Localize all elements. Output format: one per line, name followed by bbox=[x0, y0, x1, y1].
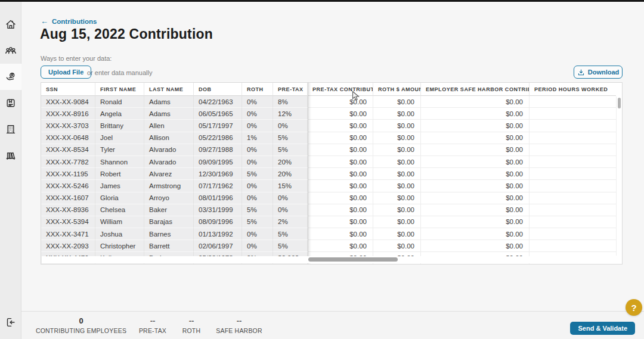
table-row: XXX-XX-8936ChelseaBaker03/31/19995%0%$0.… bbox=[41, 204, 622, 216]
back-to-contributions-link[interactable]: ← Contributions bbox=[41, 17, 97, 26]
cell-employer-safe-harbor-contribution[interactable]: $0.00 bbox=[421, 168, 530, 180]
cell-employer-safe-harbor-contribution[interactable]: $0.00 bbox=[421, 204, 530, 216]
vertical-scrollbar-thumb[interactable] bbox=[618, 98, 621, 108]
cell-pre-tax-contribution[interactable]: $0.00 bbox=[308, 216, 373, 228]
cell-period-hours-worked[interactable] bbox=[530, 216, 616, 228]
column-header-employer-safe-harbor-contribution: EMPLOYER SAFE HARBOR CONTRIBUTION bbox=[421, 83, 530, 96]
cell-pre-tax: 15% bbox=[273, 180, 308, 192]
cell-period-hours-worked[interactable] bbox=[530, 156, 616, 168]
cell-roth: 0% bbox=[242, 192, 273, 204]
cell-pre-tax: 0% bbox=[273, 204, 308, 216]
cell-pre-tax: 8% bbox=[273, 96, 308, 108]
cell-pre-tax: 5% bbox=[273, 240, 308, 252]
cell-first-name: Robert bbox=[95, 168, 144, 180]
cell-pre-tax-contribution[interactable]: $0.00 bbox=[308, 168, 373, 180]
cell-pre-tax-contribution[interactable]: $0.00 bbox=[308, 132, 373, 144]
cell-period-hours-worked[interactable] bbox=[530, 228, 616, 240]
help-button[interactable]: ? bbox=[626, 299, 642, 316]
cell-first-name: Gloria bbox=[95, 192, 144, 204]
column-header-last-name: LAST NAME bbox=[144, 83, 194, 96]
cell-roth-amount[interactable]: $0.00 bbox=[373, 156, 421, 168]
cell-employer-safe-harbor-contribution[interactable]: $0.00 bbox=[421, 192, 530, 204]
cell-roth-amount[interactable]: $0.00 bbox=[373, 120, 421, 132]
cell-pre-tax-contribution[interactable]: $0.00 bbox=[308, 108, 373, 120]
cell-roth: 0% bbox=[242, 240, 273, 252]
cell-period-hours-worked[interactable] bbox=[530, 204, 616, 216]
cell-pre-tax-contribution[interactable]: $0.00 bbox=[308, 144, 373, 156]
cell-period-hours-worked[interactable] bbox=[530, 108, 616, 120]
sidebar-item-logout[interactable] bbox=[0, 309, 21, 335]
cell-period-hours-worked[interactable] bbox=[530, 192, 616, 204]
upload-file-button[interactable]: Upload File bbox=[41, 66, 91, 79]
hand-coin-icon bbox=[4, 71, 17, 83]
sidebar-item-library[interactable] bbox=[0, 142, 21, 169]
cell-employer-safe-harbor-contribution[interactable]: $0.00 bbox=[421, 108, 530, 120]
sidebar-item-team[interactable] bbox=[0, 38, 21, 64]
column-header-ssn: SSN bbox=[41, 83, 95, 96]
window-top-bar bbox=[0, 0, 644, 2]
cell-roth-amount[interactable]: $0.00 bbox=[373, 204, 421, 216]
summary-footer: 0 CONTRIBUTING EMPLOYEES -- PRE-TAX -- R… bbox=[21, 311, 644, 339]
cell-pre-tax-contribution[interactable]: $0.00 bbox=[308, 120, 373, 132]
horizontal-scrollbar-thumb[interactable] bbox=[308, 257, 398, 262]
column-header-dob: DOB bbox=[194, 83, 242, 96]
sidebar-item-documents[interactable] bbox=[0, 90, 21, 116]
cell-dob: 04/22/1963 bbox=[194, 96, 242, 108]
cell-roth-amount[interactable]: $0.00 bbox=[373, 228, 421, 240]
cell-pre-tax-contribution[interactable]: $0.00 bbox=[308, 156, 373, 168]
cell-roth-amount[interactable]: $0.00 bbox=[373, 144, 421, 156]
cell-first-name: Brittany bbox=[95, 120, 144, 132]
cell-period-hours-worked[interactable] bbox=[530, 240, 616, 252]
cell-employer-safe-harbor-contribution[interactable]: $0.00 bbox=[421, 180, 530, 192]
cell-employer-safe-harbor-contribution[interactable]: $0.00 bbox=[421, 120, 530, 132]
cell-pre-tax-contribution[interactable]: $0.00 bbox=[308, 180, 373, 192]
cell-roth: 0% bbox=[242, 120, 273, 132]
cell-period-hours-worked[interactable] bbox=[530, 132, 616, 144]
cell-period-hours-worked[interactable] bbox=[530, 144, 616, 156]
vertical-scrollbar[interactable] bbox=[616, 97, 621, 256]
cell-last-name: Alvarado bbox=[144, 144, 194, 156]
cell-period-hours-worked[interactable] bbox=[530, 120, 616, 132]
cell-roth-amount[interactable]: $0.00 bbox=[373, 192, 421, 204]
send-validate-button[interactable]: Send & Validate bbox=[570, 322, 635, 335]
cell-period-hours-worked[interactable] bbox=[530, 168, 616, 180]
cell-roth-amount[interactable]: $0.00 bbox=[373, 168, 421, 180]
sidebar-item-home[interactable] bbox=[0, 11, 21, 38]
sidebar-item-company[interactable] bbox=[0, 116, 21, 142]
cell-pre-tax-contribution[interactable]: $0.00 bbox=[308, 192, 373, 204]
horizontal-scrollbar[interactable] bbox=[42, 256, 615, 263]
cell-ssn: XXX-XX-1607 bbox=[41, 192, 95, 204]
cell-pre-tax-contribution[interactable]: $0.00 bbox=[308, 240, 373, 252]
cell-employer-safe-harbor-contribution[interactable]: $0.00 bbox=[421, 144, 530, 156]
cell-employer-safe-harbor-contribution[interactable]: $0.00 bbox=[421, 228, 530, 240]
stat-value: 0 bbox=[79, 316, 83, 325]
download-button[interactable]: Download bbox=[574, 66, 623, 79]
cell-roth-amount[interactable]: $0.00 bbox=[373, 240, 421, 252]
cell-first-name: Angela bbox=[95, 108, 144, 120]
cell-pre-tax-contribution[interactable]: $0.00 bbox=[308, 228, 373, 240]
cell-period-hours-worked[interactable] bbox=[530, 180, 616, 192]
back-arrow-icon: ← bbox=[41, 17, 48, 26]
cell-employer-safe-harbor-contribution[interactable]: $0.00 bbox=[421, 96, 530, 108]
cell-roth-amount[interactable]: $0.00 bbox=[373, 180, 421, 192]
cell-pre-tax-contribution[interactable]: $0.00 bbox=[308, 204, 373, 216]
cell-last-name: Alvarez bbox=[144, 168, 194, 180]
cell-period-hours-worked[interactable] bbox=[530, 96, 616, 108]
column-header-period-hours-worked: PERIOD HOURS WORKED bbox=[530, 83, 616, 96]
cell-employer-safe-harbor-contribution[interactable]: $0.00 bbox=[421, 156, 530, 168]
cell-employer-safe-harbor-contribution[interactable]: $0.00 bbox=[421, 216, 530, 228]
sidebar bbox=[0, 2, 21, 339]
stat-value: -- bbox=[237, 316, 242, 325]
cell-roth-amount[interactable]: $0.00 bbox=[373, 96, 421, 108]
stat-contributing-employees: 0 CONTRIBUTING EMPLOYEES bbox=[30, 316, 132, 334]
stat-label: SAFE HARBOR bbox=[216, 327, 262, 334]
cell-employer-safe-harbor-contribution[interactable]: $0.00 bbox=[421, 132, 530, 144]
sidebar-item-contributions[interactable] bbox=[0, 64, 21, 90]
cell-employer-safe-harbor-contribution[interactable]: $0.00 bbox=[421, 240, 530, 252]
cell-roth-amount[interactable]: $0.00 bbox=[373, 108, 421, 120]
cell-dob: 07/17/1962 bbox=[194, 180, 242, 192]
cell-roth-amount[interactable]: $0.00 bbox=[373, 216, 421, 228]
cell-pre-tax-contribution[interactable]: $0.00 bbox=[308, 96, 373, 108]
cell-roth-amount[interactable]: $0.00 bbox=[373, 132, 421, 144]
table-row: XXX-XX-5394WilliamBarajas08/09/19965%2%$… bbox=[41, 216, 622, 228]
